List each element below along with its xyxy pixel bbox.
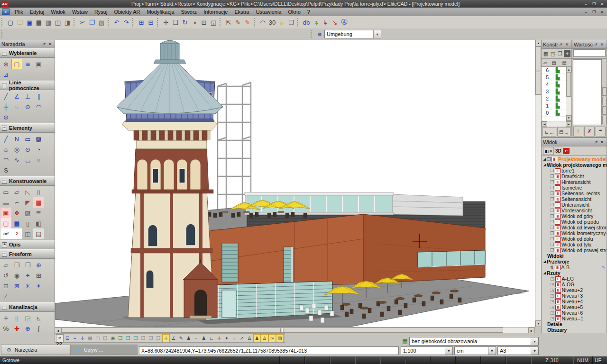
save-icon[interactable]: ▣: [25, 18, 34, 27]
storey-row-3[interactable]: 3▙: [542, 88, 566, 95]
copy-icon[interactable]: ❐: [87, 18, 97, 27]
walk-yellow-icon[interactable]: ♟: [253, 334, 261, 342]
pipe-icon[interactable]: ▯: [11, 313, 22, 323]
undo-icon[interactable]: ↶: [112, 18, 121, 27]
pan-icon[interactable]: ✛: [161, 18, 171, 27]
storey-col-a-icon[interactable]: ▤: [549, 59, 559, 66]
menu-item-obiekty-ar[interactable]: Obiekty AR: [110, 8, 143, 16]
tree-item-widok-od-g-ry[interactable]: ❒EWidok od góry: [542, 213, 607, 219]
collapse-icon[interactable]: −: [2, 126, 7, 131]
guide-circle-center-icon[interactable]: ⊙: [22, 101, 33, 112]
tree-item-a-b[interactable]: ⇅EA-B✎: [542, 264, 607, 270]
texture-icon[interactable]: ❒: [286, 18, 296, 27]
close-icon[interactable]: ✕: [47, 41, 53, 47]
zoom-previous-icon[interactable]: ◱: [209, 18, 218, 27]
window-icon[interactable]: ❑: [101, 334, 109, 342]
tree-item-draufsicht[interactable]: ❒EDraufsicht: [542, 173, 607, 179]
freeform-sweep-icon[interactable]: ↺: [0, 270, 11, 281]
tool-section-elementy[interactable]: −Elementy: [0, 123, 55, 133]
tree-item-niveau-2[interactable]: ◳ENiveau+2: [542, 287, 607, 293]
menu-item-ekstra[interactable]: Ekstra: [231, 8, 252, 16]
guide-perpendicular-icon[interactable]: ⊥: [22, 91, 33, 101]
p-mode-icon[interactable]: P: [56, 334, 64, 342]
door-red-icon[interactable]: ▣: [0, 208, 11, 218]
menu-item-okno[interactable]: Okno: [285, 8, 304, 16]
values-insert-button[interactable]: ⇧: [573, 127, 583, 136]
fillet-icon[interactable]: ◠: [258, 18, 267, 27]
tree-item-hinteransicht[interactable]: ❒EHinteransicht: [542, 179, 607, 185]
cross-red-icon[interactable]: ✚: [11, 323, 22, 334]
freeform-box-icon[interactable]: ❒: [11, 260, 22, 270]
values-equals-button[interactable]: =: [596, 127, 606, 136]
walker2-icon[interactable]: ♟: [200, 334, 208, 342]
tree-item-niveau-3[interactable]: ◳ENiveau+3: [542, 293, 607, 299]
restore-button[interactable]: ❐: [590, 1, 598, 7]
select-area-icon[interactable]: ▣: [33, 59, 44, 69]
select-rect-icon[interactable]: ▢: [11, 59, 22, 69]
values-side-button[interactable]: [602, 116, 607, 124]
dock-tab-pages[interactable]: ▤...: [557, 127, 571, 136]
cut-icon[interactable]: ✂: [78, 18, 87, 27]
zoom-in-icon[interactable]: ⊞: [137, 18, 146, 27]
collapse-icon[interactable]: −: [2, 179, 7, 184]
tool-section-linie-pomocnicze[interactable]: −Linie pomocnicze: [0, 81, 55, 90]
axis-color-icon[interactable]: ✛: [215, 334, 223, 342]
document-icon[interactable]: e: [2, 9, 9, 15]
menu-item-modyfikacja[interactable]: Modyfikacja: [143, 8, 177, 16]
coordinate-input[interactable]: [139, 346, 399, 355]
guide-tangent-icon[interactable]: ⊘: [0, 112, 11, 122]
person-icon[interactable]: ♙: [246, 334, 253, 342]
toolbar-handle[interactable]: [220, 18, 222, 27]
wall-icon[interactable]: ▭: [0, 187, 11, 197]
environment-layers-icon[interactable]: ≋: [315, 29, 324, 39]
redline-pen-icon[interactable]: ✎: [233, 18, 243, 27]
toolbar-handle[interactable]: [254, 18, 256, 27]
tree-item-vorderansicht[interactable]: ❒EVorderansicht: [542, 208, 607, 213]
storey-row-1[interactable]: 1▙: [542, 102, 566, 109]
paste-icon[interactable]: ▧: [97, 18, 106, 27]
scale-combo[interactable]: 1:100 ▼: [401, 346, 453, 355]
globe-icon[interactable]: ◉: [109, 334, 117, 342]
scroll-down-icon[interactable]: ▼: [566, 115, 571, 121]
open-file-icon[interactable]: ❒: [15, 18, 25, 27]
menu-item-item[interactable]: ?: [304, 8, 313, 16]
freeform-shape-icon[interactable]: ✦: [22, 270, 33, 281]
toolbar-handle[interactable]: [132, 18, 135, 27]
pipe-fitting-icon[interactable]: ◲: [22, 313, 33, 323]
tool-section-wybieranie[interactable]: −Wybieranie: [0, 48, 55, 58]
guide-angle-icon[interactable]: ∠: [11, 91, 22, 101]
storey-col-roof-icon[interactable]: ▱: [542, 59, 549, 66]
wall-layer-icon[interactable]: ◧: [33, 218, 44, 228]
values-list[interactable]: [573, 59, 602, 125]
circle-center-icon[interactable]: ⊙: [22, 144, 33, 155]
deselect-icon[interactable]: ⊗: [0, 59, 11, 69]
collapse-icon[interactable]: −: [2, 305, 7, 310]
storey-row-4[interactable]: 4▙: [542, 81, 566, 88]
zoom-out-icon[interactable]: ⊟: [146, 18, 156, 27]
fit-view-icon[interactable]: ⊡: [199, 18, 209, 27]
database-icon[interactable]: db: [302, 18, 311, 27]
hatch-yellow-icon[interactable]: ▨: [276, 334, 284, 342]
chevron-down-icon[interactable]: ▼: [445, 347, 452, 355]
cube-line3-icon[interactable]: ❒: [155, 334, 162, 342]
selection-blank-icon[interactable]: ▢: [94, 334, 101, 342]
vertical-scroll-thumb[interactable]: [535, 46, 541, 95]
minimize-button[interactable]: –: [582, 9, 589, 15]
new-file-icon[interactable]: ▢: [6, 18, 15, 27]
tree-item-przekroje[interactable]: ◢Przekroje: [542, 259, 607, 264]
circle-concentric-icon[interactable]: ◎: [11, 144, 22, 155]
tree-item-seitenansicht[interactable]: ❒ESeitenansicht: [542, 196, 607, 202]
tree-item-a-eg[interactable]: ◳EA-EG: [542, 276, 607, 282]
scroll-thumb[interactable]: [566, 72, 571, 97]
menu-item-ustawienia[interactable]: Ustawienia: [253, 8, 285, 16]
bool-union-icon[interactable]: ⊞: [33, 270, 44, 281]
values-side-button[interactable]: [602, 87, 607, 96]
arc-icon[interactable]: ◠: [0, 155, 11, 165]
tree-expand-icon[interactable]: ◢: [543, 271, 547, 275]
storey-current-icon[interactable]: ✦: [564, 50, 570, 57]
toolbar-handle[interactable]: [1, 18, 4, 27]
pin-icon[interactable]: 📌︎: [593, 41, 599, 47]
tree-item-torre1[interactable]: ❒Etorre1: [542, 168, 607, 173]
restore-button[interactable]: ❐: [590, 9, 598, 15]
arc-3p-icon[interactable]: ◔: [33, 144, 44, 155]
